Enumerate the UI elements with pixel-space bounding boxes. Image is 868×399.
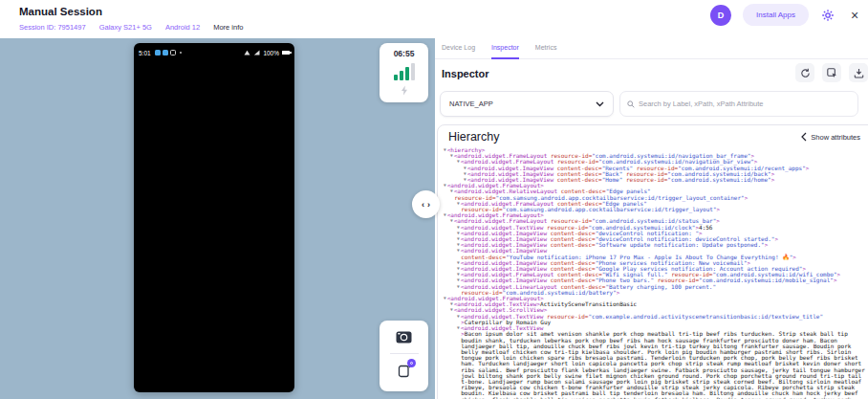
session-info-row: Session ID: 7951497 Galaxy S21+ 5G Andro… [19,23,243,32]
search-box [619,91,858,117]
network-quality-icon [394,63,415,80]
settings-gear-icon[interactable] [820,8,835,23]
session-id: Session ID: 7951497 [19,23,86,32]
cell-signal-icon [253,50,260,55]
inspector-controls: NATIVE_APP [435,90,868,119]
download-icon [854,68,864,78]
session-timer-card: 06:55 [380,43,428,102]
select-element-icon [827,68,837,78]
wifi-icon [244,50,250,55]
notification-icon [170,50,176,55]
tab-metrics[interactable]: Metrics [535,38,557,59]
more-info-link[interactable]: More info [213,23,243,32]
device-name: Galaxy S21+ 5G [99,23,152,32]
inspector-header: Inspector [435,59,868,88]
battery-icon [282,51,290,55]
inspector-panel: Device LogInspectorMetrics Inspector [435,38,868,399]
device-tools-card [380,321,428,391]
chevron-left-icon [801,132,807,142]
chevron-right-icon: › [427,200,430,210]
close-icon[interactable]: × [847,8,862,23]
download-button[interactable] [849,63,868,82]
context-dropdown[interactable]: NATIVE_APP [440,91,614,117]
search-input[interactable] [639,100,851,108]
show-attributes-toggle[interactable]: Show attributes [801,132,864,142]
header-actions: D Install Apps × [710,4,862,26]
rotate-badge [407,359,416,367]
show-attributes-label: Show attributes [811,133,860,142]
inspector-actions [795,63,868,82]
select-element-button[interactable] [822,63,841,82]
session-header: Manual Session Session ID: 7951497 Galax… [0,0,868,38]
tab-inspector[interactable]: Inspector [491,38,519,59]
battery-percent: 100% [263,50,279,56]
refresh-button[interactable] [795,63,814,82]
chevron-down-icon [596,101,604,107]
context-dropdown-value: NATIVE_APP [449,100,493,108]
os-version: Android 12 [165,23,200,32]
hierarchy-header: Hierarchy Show attributes [438,125,868,145]
tab-device-log[interactable]: Device Log [442,38,475,59]
refresh-icon [800,68,811,78]
install-apps-button[interactable]: Install Apps [743,4,809,26]
device-status-bar: 5:01 100% [139,47,290,58]
tree-node[interactable]: >Bacon ipsum dolor sit amet venison shan… [438,331,868,399]
power-bolt-icon [401,85,408,96]
divider [390,353,419,354]
notification-overflow-dot [180,52,182,54]
notification-icon [163,50,168,55]
avatar[interactable]: D [710,5,731,26]
chevron-left-icon: ‹ [422,200,424,210]
session-timer: 06:55 [394,49,415,58]
inspector-tabs: Device LogInspectorMetrics [435,38,868,59]
hierarchy-tree: ▼<hierarchy>▼<android.widget.FrameLayout… [438,145,868,399]
hierarchy-title: Hierarchy [448,130,500,144]
search-icon [627,100,635,108]
status-icons: 100% [244,50,290,56]
device-screen[interactable]: 5:01 100% [134,43,294,392]
page-title: Manual Session [19,6,102,17]
rotate-device-button[interactable] [398,364,411,382]
notification-icon [155,50,161,55]
panel-collapse-handle[interactable]: ‹ › [412,190,440,218]
device-clock: 5:01 [139,50,151,56]
inspector-heading: Inspector [442,68,489,79]
screenshot-camera-icon[interactable] [396,330,412,344]
hierarchy-section: Hierarchy Show attributes ▼<hierarchy>▼<… [437,124,868,399]
